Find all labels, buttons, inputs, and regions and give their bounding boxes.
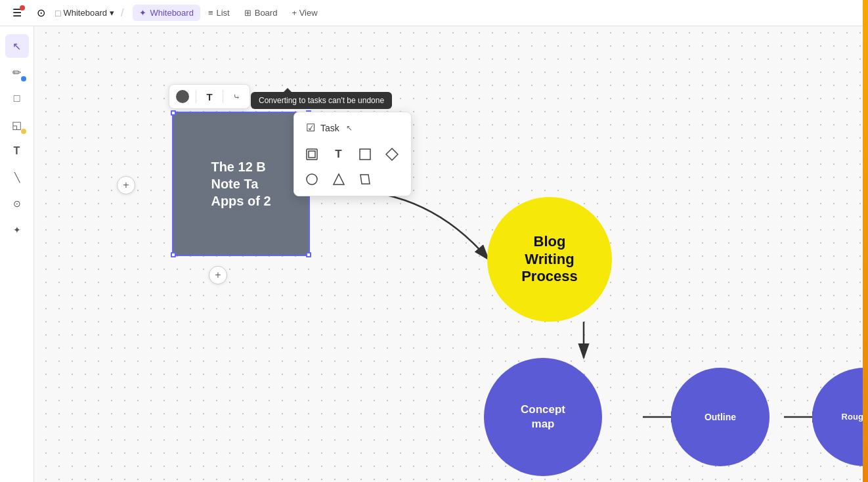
node-rough-draft[interactable]: Rough Draf: [812, 368, 868, 466]
magic-icon: ✦: [13, 225, 21, 235]
plus-icon: +: [123, 179, 129, 191]
shape-text[interactable]: T: [328, 143, 350, 165]
tool-line[interactable]: ╲: [5, 165, 29, 189]
tool-text[interactable]: T: [5, 139, 29, 163]
toolbar-divider: [196, 90, 196, 103]
tool-shape[interactable]: □: [5, 87, 29, 110]
tab-list[interactable]: ≡ List: [202, 5, 236, 21]
task-check-icon: ☑: [306, 121, 315, 134]
text-icon: T: [14, 145, 20, 157]
shape-square[interactable]: [354, 143, 376, 165]
separator: /: [121, 7, 123, 19]
draw-icon: ✏: [12, 66, 21, 79]
resize-handle-tl[interactable]: [171, 110, 176, 116]
shape-icon: □: [14, 93, 20, 104]
board-tab-label: Board: [255, 8, 278, 18]
tool-sticky[interactable]: ◱: [5, 113, 29, 137]
list-tab-label: List: [216, 8, 229, 18]
svg-point-9: [307, 174, 317, 185]
tool-select[interactable]: ↖: [5, 34, 29, 58]
shapes-grid: T: [301, 143, 404, 190]
resize-handle-br[interactable]: [306, 252, 311, 257]
line-icon: ╲: [14, 172, 20, 183]
card-text: The 12 BNote TaApps of 2: [203, 150, 278, 217]
topbar-left: ☰ ⊙ □ Whiteboard ▾ /: [8, 4, 125, 22]
svg-marker-11: [360, 175, 370, 184]
svg-marker-10: [334, 174, 344, 185]
select-icon: ↖: [12, 40, 21, 53]
node-concept-map[interactable]: Conceptmap: [484, 358, 602, 476]
toolbar-divider-2: [223, 90, 223, 103]
notification-dot: [20, 5, 25, 11]
draw-dot: [21, 76, 26, 81]
sidebar: ↖ ✏ □ ◱ T ╲ ⊙ ✦: [0, 26, 34, 482]
convert-button[interactable]: ⤷: [227, 87, 246, 106]
text-tool-button[interactable]: T: [200, 87, 219, 106]
add-button-bottom[interactable]: +: [209, 266, 227, 284]
whiteboard-content: T ⤷ Converting to tasks can't be undone …: [34, 26, 868, 482]
whiteboard-tab-label: Whiteboard: [150, 8, 193, 18]
resize-handle-bl[interactable]: [171, 252, 176, 257]
node-concept-map-text: Conceptmap: [521, 403, 565, 431]
node-outline-text: Outline: [705, 411, 736, 423]
hamburger-button[interactable]: ☰: [8, 4, 26, 22]
shape-parallelogram[interactable]: [354, 168, 376, 190]
color-circle: [176, 90, 189, 103]
settings-icon: ⊙: [37, 7, 45, 19]
task-label: Task: [320, 123, 339, 133]
tab-board[interactable]: ⊞ Board: [238, 5, 284, 21]
project-name-arrow: ▾: [110, 8, 114, 18]
node-outline[interactable]: Outline: [671, 368, 770, 466]
add-button-left[interactable]: +: [117, 176, 135, 194]
sticky-icon: ◱: [12, 119, 22, 131]
tool-draw[interactable]: ✏: [5, 60, 29, 84]
tool-mindmap[interactable]: ⊙: [5, 192, 29, 215]
nav-tabs: ✦ Whiteboard ≡ List ⊞ Board + View: [133, 5, 324, 21]
canvas: ↖ ✏ □ ◱ T ╲ ⊙ ✦: [0, 26, 868, 482]
sticky-dot: [21, 129, 26, 134]
add-view-button[interactable]: + View: [285, 5, 324, 21]
color-picker-button[interactable]: [173, 87, 192, 106]
board-tab-icon: ⊞: [244, 8, 251, 18]
convert-dropdown: ☑ Task ↖ T: [293, 112, 412, 196]
svg-rect-6: [309, 151, 315, 158]
plus-icon-2: +: [215, 269, 221, 281]
settings-button[interactable]: ⊙: [32, 4, 50, 22]
node-blog-writing[interactable]: Blog Writing Process: [487, 197, 612, 322]
svg-rect-7: [360, 149, 370, 160]
list-tab-icon: ≡: [208, 8, 213, 18]
tool-magic[interactable]: ✦: [5, 218, 29, 242]
shape-frame[interactable]: [301, 143, 323, 165]
mindmap-icon: ⊙: [13, 198, 21, 209]
node-blog-writing-text: Blog Writing Process: [521, 233, 578, 285]
shape-triangle[interactable]: [328, 168, 350, 190]
convert-to-task-button[interactable]: ☑ Task ↖: [301, 118, 404, 138]
shape-diamond[interactable]: [381, 143, 403, 165]
project-name[interactable]: □ Whiteboard ▾: [55, 8, 114, 18]
topbar: ☰ ⊙ □ Whiteboard ▾ / ✦ Whiteboard ≡ List…: [0, 0, 868, 26]
tooltip-converting: Converting to tasks can't be undone: [251, 92, 392, 109]
project-name-label: Whiteboard: [63, 8, 106, 18]
whiteboard-tab-icon: ✦: [139, 8, 146, 18]
tab-whiteboard[interactable]: ✦ Whiteboard: [133, 5, 200, 21]
floating-toolbar: T ⤷: [169, 84, 250, 109]
shape-circle[interactable]: [301, 168, 323, 190]
svg-marker-8: [386, 148, 398, 160]
right-edge-accent: [863, 0, 868, 482]
cursor-icon: ↖: [346, 123, 353, 133]
selected-card[interactable]: The 12 BNote TaApps of 2: [172, 112, 310, 256]
